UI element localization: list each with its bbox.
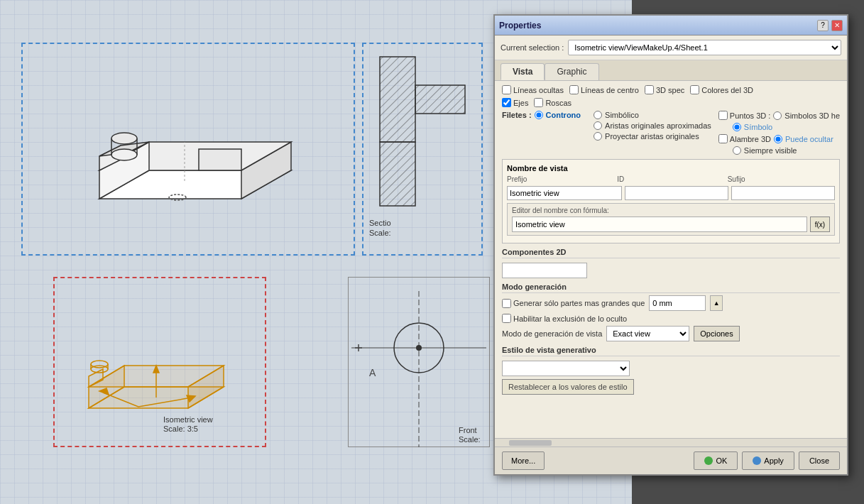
controno-radio[interactable]: Controno — [535, 111, 581, 119]
puede-ocultar-radio[interactable]: Puede ocultar — [774, 135, 833, 143]
lineas-ocultas-input[interactable] — [502, 85, 511, 94]
aristas-radio[interactable]: Aristas originales aproximadas — [594, 121, 713, 130]
puntos3d-label: Puntos 3D : — [730, 111, 770, 120]
siempre-visible-input[interactable] — [733, 146, 741, 155]
section-view-top-right — [366, 50, 479, 234]
3d-spec-label: 3D spec — [656, 86, 684, 94]
generar-input[interactable] — [502, 299, 511, 308]
prefijo-col-label: Prefijo — [507, 175, 614, 183]
puntos3d-cb[interactable]: Puntos 3D : — [718, 111, 770, 120]
estilo-section: Estilo de vista generativo Restablecer a… — [502, 346, 840, 395]
formula-button[interactable]: f(x) — [810, 217, 830, 232]
simbolos3d-input[interactable] — [773, 111, 782, 120]
front-scale-label: Scale: — [459, 435, 481, 444]
lineas-ocultas-cb[interactable]: Líneas ocultas — [502, 85, 564, 94]
apply-button[interactable]: Apply — [742, 451, 794, 470]
svg-point-36 — [416, 345, 422, 351]
action-buttons: OK Apply Close — [694, 451, 840, 470]
sufijo-input[interactable] — [731, 186, 835, 200]
iso-view-label: Isometric view — [163, 415, 213, 424]
generar-cb[interactable]: Generar sólo partes mas grandes que — [502, 299, 645, 308]
panel-content: Líneas ocultas Líneas de centro 3D spec … — [495, 81, 847, 438]
svg-rect-17 — [380, 142, 415, 206]
componentes-input[interactable] — [502, 263, 587, 278]
tab-graphic[interactable]: Graphic — [545, 63, 598, 80]
modo-vista-row: Modo de generación de vista Exact view A… — [502, 326, 840, 341]
title-buttons: ? ✕ — [817, 20, 843, 31]
checkboxes-row1: Líneas ocultas Líneas de centro 3D spec … — [502, 85, 840, 94]
generar-row: Generar sólo partes mas grandes que ▲ — [502, 295, 840, 311]
componentes-title: Componentes 2D — [502, 248, 840, 258]
formula-input[interactable] — [512, 217, 807, 232]
id-input[interactable] — [625, 186, 728, 200]
habilitar-cb[interactable]: Habilitar la exclusión de lo oculto — [502, 314, 627, 323]
apply-label: Apply — [764, 456, 784, 465]
ejes-cb[interactable]: Ejes — [502, 98, 528, 107]
puede-ocultar-label: Puede ocultar — [785, 135, 833, 143]
proyectar-input[interactable] — [594, 132, 602, 141]
siempre-visible-radio[interactable]: Siempre visible — [733, 146, 797, 155]
habilitar-row: Habilitar la exclusión de lo oculto — [502, 314, 840, 323]
horizontal-scrollbar[interactable] — [495, 438, 847, 447]
sufijo-col-label: Sufijo — [728, 175, 835, 183]
checkboxes-row2: Ejes Roscas — [502, 98, 840, 107]
iso-scale-label: Scale: 3:5 — [163, 424, 198, 433]
controno-label: Controno — [546, 111, 581, 119]
colores-3d-cb[interactable]: Colores del 3D — [690, 85, 753, 94]
habilitar-input[interactable] — [502, 314, 511, 323]
proyectar-label: Proyectar aristas originales — [605, 132, 699, 141]
lineas-centro-cb[interactable]: Líneas de centro — [569, 85, 639, 94]
componentes-section: Componentes 2D — [502, 248, 840, 278]
ejes-input[interactable] — [502, 98, 511, 107]
current-selection-dropdown[interactable]: Isometric view/ViewMakeUp.4/Sheet.1 — [568, 40, 841, 55]
ok-icon — [704, 456, 713, 465]
tab-vista[interactable]: Vista — [501, 63, 545, 80]
proyectar-radio[interactable]: Proyectar aristas originales — [594, 132, 713, 141]
roscas-input[interactable] — [534, 98, 543, 107]
modo-generacion-title: Modo generación — [502, 283, 840, 293]
close-title-button[interactable]: ✕ — [831, 20, 843, 31]
close-button[interactable]: Close — [799, 451, 840, 470]
roscas-cb[interactable]: Roscas — [534, 98, 572, 107]
simbolo-radio[interactable]: Símbolo — [733, 123, 772, 131]
lineas-ocultas-label: Líneas ocultas — [513, 86, 564, 94]
alambre3d-cb[interactable]: Alambre 3D — [718, 134, 771, 143]
lineas-centro-input[interactable] — [569, 85, 579, 94]
front-view: A — [351, 291, 486, 447]
estilo-select[interactable] — [502, 361, 630, 376]
colores-3d-input[interactable] — [690, 85, 699, 94]
roscas-label: Roscas — [545, 99, 572, 107]
controno-input[interactable] — [535, 111, 543, 119]
ejes-label: Ejes — [513, 99, 528, 107]
opciones-button[interactable]: Opciones — [694, 326, 739, 341]
estilo-title: Estilo de vista generativo — [502, 346, 840, 356]
puntos3d-input[interactable] — [718, 111, 728, 120]
generar-value-input[interactable] — [649, 295, 706, 311]
puede-ocultar-input[interactable] — [774, 135, 782, 143]
simbolico-input[interactable] — [594, 111, 602, 119]
nombre-columns: Prefijo ID Sufijo — [507, 175, 835, 183]
tab-bar: Vista Graphic — [495, 60, 847, 81]
iso-shape-top — [43, 71, 348, 243]
scale-label-top: Scale: — [369, 229, 391, 237]
svg-point-9 — [111, 133, 137, 144]
simbolos3d-radio[interactable]: Simbolos 3D he — [773, 111, 840, 120]
simbolico-radio[interactable]: Simbólico — [594, 111, 713, 119]
aristas-input[interactable] — [594, 121, 602, 130]
modo-vista-select[interactable]: Exact view Approximate view — [606, 326, 689, 341]
3d-spec-cb[interactable]: 3D spec — [645, 85, 684, 94]
filetes-section: Filetes : Controno Simbólico — [502, 111, 840, 155]
help-button[interactable]: ? — [817, 20, 829, 31]
current-selection-label: Current selection : — [501, 43, 564, 52]
more-button[interactable]: More... — [502, 451, 545, 470]
spin-up-button[interactable]: ▲ — [710, 295, 723, 311]
ok-button[interactable]: OK — [694, 451, 738, 470]
prefijo-input[interactable] — [507, 186, 622, 200]
restablecer-button[interactable]: Restablecer a los valores de estilo — [502, 379, 634, 395]
alambre3d-input[interactable] — [718, 134, 728, 143]
filetes-label: Filetes : — [502, 111, 532, 119]
simbolo-input[interactable] — [733, 123, 741, 131]
formula-row: f(x) — [512, 217, 830, 232]
3d-spec-input[interactable] — [645, 85, 654, 94]
svg-point-24 — [91, 361, 108, 368]
